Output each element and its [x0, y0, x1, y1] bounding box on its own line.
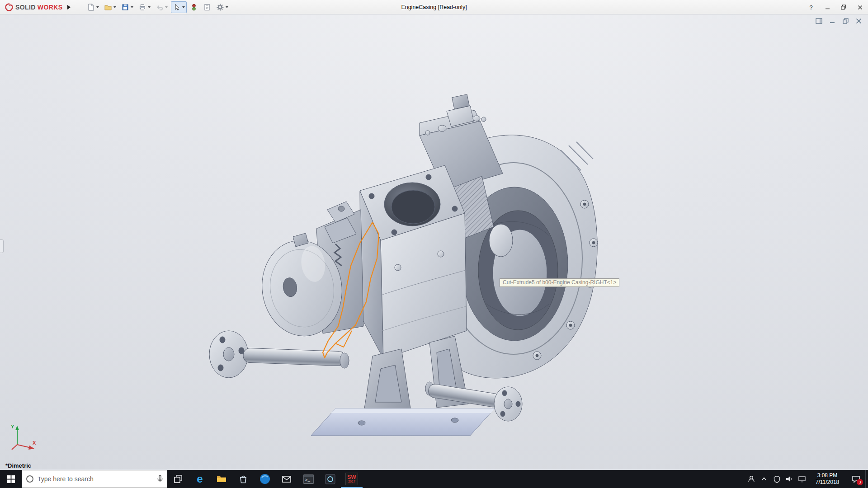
options-button[interactable] [214, 1, 230, 13]
dropdown-caret-icon [226, 6, 228, 8]
window-controls: ? [803, 0, 868, 14]
edge-icon: e [194, 473, 206, 485]
left-shaft-assembly[interactable] [209, 331, 349, 378]
command-prompt-taskbar-icon[interactable]: >_ [297, 470, 319, 488]
svg-text:>_: >_ [305, 478, 310, 483]
dropdown-caret-icon [96, 6, 99, 8]
doc-restore-icon [843, 18, 849, 24]
taskbar-search[interactable] [22, 470, 167, 488]
solidworks-logo: SOLIDWORKS [0, 3, 65, 12]
doc-minimize-button[interactable] [830, 18, 835, 24]
cortana-icon [26, 475, 34, 483]
tray-chevron-up-icon[interactable] [758, 470, 770, 488]
action-center-button[interactable]: 3 [846, 470, 865, 488]
people-icon[interactable] [745, 470, 758, 488]
windows-logo-icon [7, 475, 15, 483]
round-blue-app-taskbar-icon[interactable] [254, 470, 276, 488]
print-button[interactable] [137, 1, 152, 13]
mail-taskbar-icon[interactable] [276, 470, 297, 488]
close-button[interactable] [852, 0, 868, 14]
options-gear-icon [216, 3, 224, 11]
doc-restore-button[interactable] [843, 18, 849, 24]
flyout-triangle-icon [67, 5, 71, 9]
undo-icon [156, 3, 164, 11]
restore-icon [841, 5, 846, 10]
network-icon[interactable] [796, 470, 808, 488]
microphone-icon[interactable] [157, 475, 163, 483]
help-button[interactable]: ? [803, 0, 819, 14]
system-tray: 3:08 PM 7/11/2018 3 [745, 470, 868, 488]
file-explorer-taskbar-icon[interactable] [211, 470, 232, 488]
svg-text:e: e [197, 473, 203, 485]
save-floppy-icon [121, 3, 129, 11]
graphics-area[interactable]: Cut-Extrude5 of b00-Engine Casing-RIGHT<… [0, 14, 868, 470]
taskbar: e [0, 470, 868, 488]
store-taskbar-icon[interactable] [232, 470, 254, 488]
clock-time: 3:08 PM [817, 472, 838, 479]
dropdown-caret-icon [148, 6, 151, 8]
dropdown-caret-icon [165, 6, 168, 8]
feature-tooltip: Cut-Extrude5 of b00-Engine Casing-RIGHT<… [500, 278, 619, 287]
orientation-triad: Y X [10, 422, 39, 453]
doc-close-button[interactable] [856, 18, 862, 24]
undo-button[interactable] [154, 1, 170, 13]
restore-pane-button[interactable] [816, 18, 822, 24]
round-blue-app-icon [259, 473, 271, 485]
restore-pane-icon [816, 18, 822, 24]
volume-icon[interactable] [783, 470, 796, 488]
document-window-controls [816, 18, 862, 24]
close-icon [858, 5, 863, 10]
triad-y-label: Y [11, 424, 14, 429]
mail-envelope-icon [281, 474, 292, 484]
edge-taskbar-icon[interactable]: e [189, 470, 211, 488]
open-button[interactable] [102, 1, 118, 13]
store-bag-icon [238, 474, 249, 484]
save-button[interactable] [119, 1, 135, 13]
notification-badge: 3 [857, 479, 863, 485]
dropdown-caret-icon [131, 6, 133, 8]
command-prompt-icon: >_ [303, 474, 314, 485]
file-properties-icon [203, 3, 211, 11]
rebuild-icon [190, 3, 198, 11]
file-properties-button[interactable] [201, 1, 213, 13]
doc-close-icon [856, 18, 862, 24]
window-title: EngineCasing [Read-only] [401, 4, 467, 10]
solidworks-taskbar-icon[interactable]: SW 2017 [341, 470, 363, 488]
brand-works-text: WORKS [38, 4, 63, 11]
new-document-icon [87, 3, 95, 11]
solidworks-window: SOLIDWORKS [0, 0, 868, 488]
open-folder-icon [104, 3, 112, 11]
select-tool-button[interactable] [171, 1, 187, 13]
ds-logo-icon [5, 3, 14, 12]
print-icon [138, 3, 146, 11]
select-cursor-icon [173, 3, 181, 11]
menu-flyout-arrow[interactable] [65, 2, 72, 12]
engine-casing-model[interactable] [0, 14, 868, 470]
task-view-button[interactable] [167, 470, 189, 488]
search-input[interactable] [38, 475, 153, 483]
brand-solid-text: SOLID [15, 4, 36, 11]
show-desktop-button[interactable] [865, 470, 868, 488]
taskbar-clock[interactable]: 3:08 PM 7/11/2018 [808, 470, 846, 488]
task-view-icon [174, 474, 183, 483]
title-bar: SOLIDWORKS [0, 0, 868, 14]
quick-access-toolbar [85, 1, 230, 13]
file-explorer-icon [216, 474, 227, 484]
solidworks-tile-icon: SW 2017 [345, 473, 358, 485]
rebuild-button[interactable] [188, 1, 200, 13]
view-orientation-label: *Dimetric [5, 462, 31, 469]
start-button[interactable] [0, 470, 22, 488]
triad-z-axis [12, 445, 17, 450]
minimize-icon [825, 5, 830, 10]
dark-app-taskbar-icon[interactable] [319, 470, 341, 488]
doc-minimize-icon [830, 18, 835, 24]
triad-x-label: X [33, 440, 36, 446]
triad-y-arrow-icon [15, 426, 19, 430]
triad-x-arrow-icon [28, 446, 34, 450]
minimize-button[interactable] [819, 0, 835, 14]
defender-shield-icon[interactable] [770, 470, 783, 488]
dropdown-caret-icon [182, 6, 185, 8]
new-document-button[interactable] [85, 1, 101, 13]
clock-date: 7/11/2018 [816, 479, 840, 486]
restore-button[interactable] [835, 0, 852, 14]
